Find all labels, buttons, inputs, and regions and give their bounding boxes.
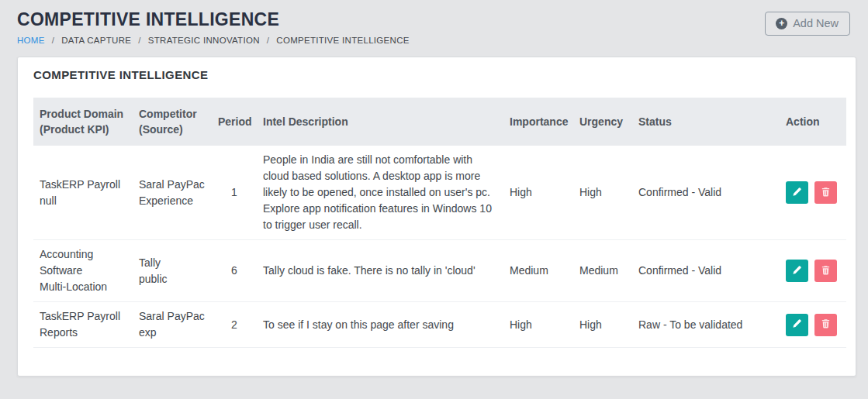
cell-intel-description: To see if I stay on this page after savi…	[257, 302, 503, 348]
cell-action	[780, 146, 846, 240]
edit-button[interactable]	[786, 314, 808, 336]
breadcrumb-competitive-intelligence: COMPETITIVE INTELLIGENCE	[276, 36, 409, 45]
column-header-product-domain: Product Domain (Product KPI)	[33, 98, 133, 146]
table-row: TaskERP Payroll Reports Saral PayPac exp…	[33, 302, 846, 348]
cell-competitor: Tally public	[133, 240, 212, 302]
cell-status: Raw - To be validated	[632, 302, 780, 348]
breadcrumb-home-link[interactable]: HOME	[17, 36, 45, 45]
column-header-action: Action	[780, 98, 846, 146]
cell-urgency: High	[573, 146, 632, 240]
delete-button[interactable]	[814, 260, 837, 282]
cell-product-domain: TaskERP Payroll null	[33, 146, 133, 240]
cell-importance: High	[503, 146, 573, 240]
cell-urgency: High	[573, 302, 632, 348]
intel-table: Product Domain (Product KPI) Competitor …	[33, 98, 846, 348]
breadcrumb-separator: /	[138, 36, 141, 45]
column-header-intel-description: Intel Description	[257, 98, 503, 146]
cell-status: Confirmed - Valid	[632, 240, 780, 302]
trash-icon	[821, 265, 831, 277]
add-new-button-label: Add New	[793, 17, 839, 29]
page-header-left: COMPETITIVE INTELLIGENCE HOME / DATA CAP…	[17, 9, 410, 45]
cell-period: 6	[212, 240, 257, 302]
delete-button[interactable]	[814, 181, 837, 204]
column-header-period: Period	[212, 98, 257, 146]
table-header: Product Domain (Product KPI) Competitor …	[33, 98, 846, 146]
breadcrumb-data-capture: DATA CAPTURE	[61, 36, 131, 45]
breadcrumb-strategic-innovation: STRATEGIC INNOVATION	[148, 36, 260, 45]
column-header-status: Status	[632, 98, 780, 146]
cell-competitor: Saral PayPac Experience	[133, 146, 212, 240]
cell-action	[780, 240, 846, 302]
cell-urgency: Medium	[573, 240, 632, 302]
breadcrumb-separator: /	[52, 36, 55, 45]
edit-button[interactable]	[786, 181, 808, 204]
cell-intel-description: Tally cloud is fake. There is no tally i…	[257, 240, 503, 302]
column-header-competitor: Competitor (Source)	[133, 98, 212, 146]
page-header: COMPETITIVE INTELLIGENCE HOME / DATA CAP…	[0, 0, 868, 45]
cell-period: 1	[212, 146, 257, 240]
column-header-urgency: Urgency	[573, 98, 632, 146]
table-row: Accounting Software Multi-Location Tally…	[33, 240, 846, 302]
pencil-icon	[792, 265, 802, 277]
column-header-importance: Importance	[503, 98, 573, 146]
cell-intel-description: People in India are still not comfortabl…	[257, 146, 503, 240]
trash-icon	[821, 318, 831, 331]
edit-button[interactable]	[786, 260, 808, 282]
cell-status: Confirmed - Valid	[632, 146, 780, 240]
cell-period: 2	[212, 302, 257, 348]
breadcrumb: HOME / DATA CAPTURE / STRATEGIC INNOVATI…	[17, 36, 410, 45]
cell-product-domain: TaskERP Payroll Reports	[33, 302, 133, 348]
plus-circle-icon: +	[776, 18, 787, 29]
table-body: TaskERP Payroll null Saral PayPac Experi…	[33, 146, 846, 348]
table-header-row: Product Domain (Product KPI) Competitor …	[33, 98, 846, 146]
card-title: COMPETITIVE INTELLIGENCE	[33, 68, 840, 81]
cell-importance: Medium	[503, 240, 573, 302]
pencil-icon	[792, 187, 802, 199]
trash-icon	[821, 187, 831, 199]
cell-importance: High	[503, 302, 573, 348]
cell-competitor: Saral PayPac exp	[133, 302, 212, 348]
pencil-icon	[792, 318, 802, 331]
cell-action	[780, 302, 846, 348]
breadcrumb-separator: /	[267, 36, 270, 45]
delete-button[interactable]	[814, 314, 837, 336]
competitive-intelligence-card: COMPETITIVE INTELLIGENCE Product Domain …	[17, 57, 856, 377]
cell-product-domain: Accounting Software Multi-Location	[33, 240, 133, 302]
table-row: TaskERP Payroll null Saral PayPac Experi…	[33, 146, 846, 240]
add-new-button[interactable]: + Add New	[765, 12, 850, 36]
page-title: COMPETITIVE INTELLIGENCE	[17, 9, 410, 30]
